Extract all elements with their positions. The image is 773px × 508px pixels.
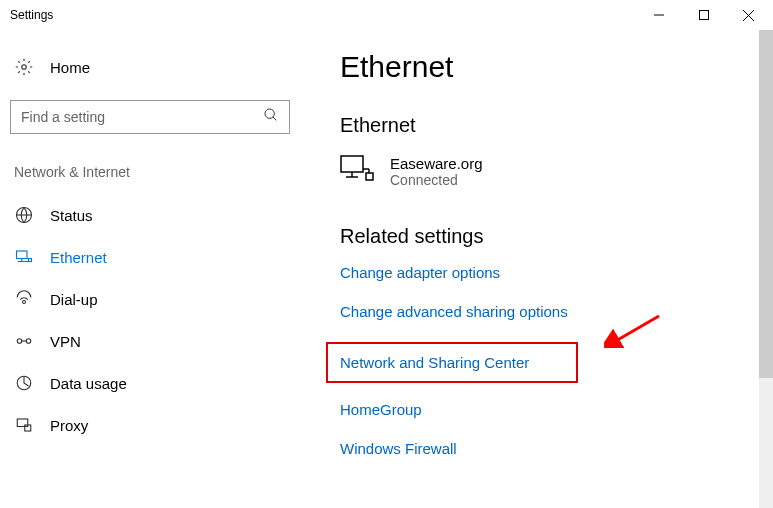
- svg-point-5: [265, 109, 274, 118]
- svg-rect-12: [29, 259, 32, 262]
- svg-point-13: [23, 301, 26, 304]
- window-title: Settings: [10, 8, 53, 22]
- main-panel: Ethernet Ethernet Easeware.org Connected…: [300, 30, 773, 508]
- scrollbar-thumb[interactable]: [759, 30, 773, 378]
- home-button[interactable]: Home: [10, 50, 290, 84]
- search-icon: [263, 107, 279, 127]
- related-settings-title: Related settings: [340, 225, 743, 248]
- search-box[interactable]: [10, 100, 290, 134]
- svg-rect-1: [699, 11, 708, 20]
- data-usage-icon: [14, 374, 34, 392]
- svg-rect-24: [366, 173, 373, 180]
- sidebar-item-proxy[interactable]: Proxy: [10, 404, 290, 446]
- ethernet-icon: [14, 248, 34, 266]
- page-title: Ethernet: [340, 50, 743, 84]
- link-change-advanced-sharing[interactable]: Change advanced sharing options: [340, 303, 743, 320]
- gear-icon: [14, 58, 34, 76]
- proxy-icon: [14, 416, 34, 434]
- close-button[interactable]: [726, 0, 771, 30]
- link-change-adapter-options[interactable]: Change adapter options: [340, 264, 743, 281]
- section-title-ethernet: Ethernet: [340, 114, 743, 137]
- sidebar-item-label: Ethernet: [50, 249, 107, 266]
- vpn-icon: [14, 332, 34, 350]
- sidebar-item-label: Proxy: [50, 417, 88, 434]
- svg-point-14: [17, 339, 22, 344]
- window-controls: [636, 0, 771, 30]
- globe-icon: [14, 206, 34, 224]
- minimize-button[interactable]: [636, 0, 681, 30]
- content: Home Network & Internet Status: [0, 30, 773, 508]
- svg-point-4: [22, 65, 27, 70]
- connection-status: Connected: [390, 172, 483, 188]
- sidebar-item-label: Dial-up: [50, 291, 98, 308]
- monitor-icon: [340, 155, 374, 189]
- scrollbar-track[interactable]: [759, 30, 773, 508]
- maximize-button[interactable]: [681, 0, 726, 30]
- svg-rect-20: [341, 156, 363, 172]
- home-label: Home: [50, 59, 90, 76]
- sidebar-item-label: VPN: [50, 333, 81, 350]
- svg-point-15: [26, 339, 31, 344]
- sidebar-item-ethernet[interactable]: Ethernet: [10, 236, 290, 278]
- connection-item[interactable]: Easeware.org Connected: [340, 155, 743, 189]
- link-windows-firewall[interactable]: Windows Firewall: [340, 440, 743, 457]
- link-homegroup[interactable]: HomeGroup: [340, 401, 743, 418]
- search-input[interactable]: [21, 109, 263, 125]
- sidebar-item-label: Data usage: [50, 375, 127, 392]
- svg-line-6: [273, 117, 276, 120]
- link-network-sharing-center[interactable]: Network and Sharing Center: [326, 342, 578, 383]
- connection-name: Easeware.org: [390, 155, 483, 172]
- sidebar-item-label: Status: [50, 207, 93, 224]
- sidebar-item-status[interactable]: Status: [10, 194, 290, 236]
- svg-rect-9: [17, 251, 28, 259]
- sidebar-item-dialup[interactable]: Dial-up: [10, 278, 290, 320]
- dialup-icon: [14, 290, 34, 308]
- titlebar: Settings: [0, 0, 773, 30]
- sidebar-item-datausage[interactable]: Data usage: [10, 362, 290, 404]
- category-label: Network & Internet: [14, 164, 290, 180]
- sidebar-item-vpn[interactable]: VPN: [10, 320, 290, 362]
- sidebar: Home Network & Internet Status: [0, 30, 300, 508]
